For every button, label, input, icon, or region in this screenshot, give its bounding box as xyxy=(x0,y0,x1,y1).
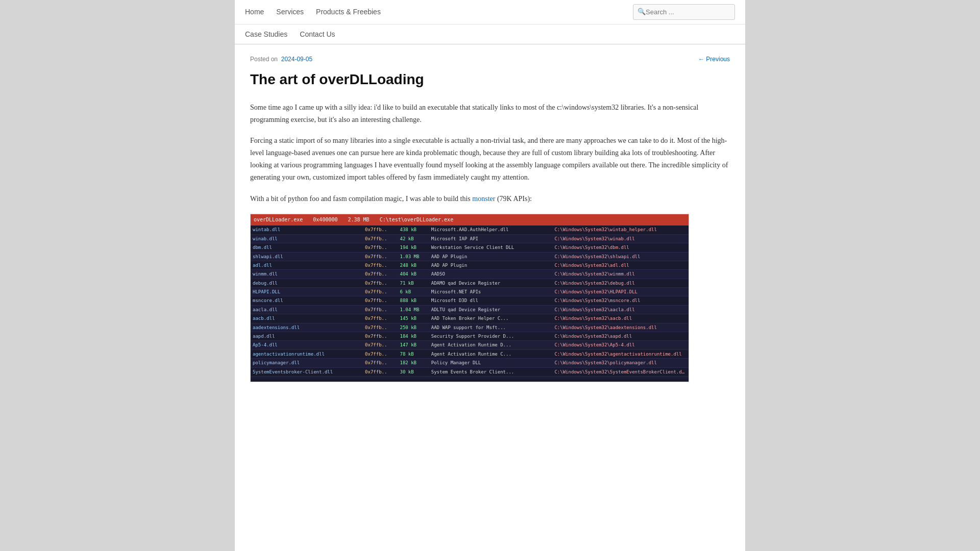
dll-header-addr: 0x400000 xyxy=(313,216,337,224)
monster-link[interactable]: monster xyxy=(472,195,495,203)
apis-count: (79K APIs): xyxy=(497,195,532,203)
table-row: debug.dll0x7ffb..71 kBADAMO qad Device R… xyxy=(251,279,689,287)
dll-header-name: overDLLoader.exe xyxy=(254,216,303,224)
table-row: winab.dll0x7ffb..42 kBMicrosoft IAP APIC… xyxy=(251,234,689,243)
paragraph-3: With a bit of python foo and fasm compil… xyxy=(250,193,730,205)
search-input[interactable] xyxy=(646,8,727,16)
table-row: aacla.dll0x7ffb..1.04 MBADLTU qad Device… xyxy=(251,305,689,314)
table-row: wintab.dll0x7ffb..438 kBMicrosoft.AAD.Au… xyxy=(251,226,689,234)
dll-scroll[interactable]: wintab.dll0x7ffb..438 kBMicrosoft.AAD.Au… xyxy=(251,226,689,379)
services-link[interactable]: Services xyxy=(276,6,304,17)
table-row: msncore.dll0x7ffb..888 kBMicrosoft D3D d… xyxy=(251,296,689,305)
table-row: aapd.dll0x7ffb..184 kBSecurity Support P… xyxy=(251,332,689,341)
search-icon: 🔍 xyxy=(638,7,646,17)
post-body: Some time ago I came up with a silly ide… xyxy=(250,102,730,205)
table-row: aacb.dll0x7ffb..145 kBAAD Token Broker H… xyxy=(251,314,689,323)
dll-header: overDLLoader.exe 0x400000 2.38 MB C:\tes… xyxy=(251,214,689,226)
nav-row2: Case Studies Contact Us xyxy=(245,29,348,40)
table-row: policymanager.dll0x7ffb..182 kBPolicy Ma… xyxy=(251,359,689,367)
paragraph-2: Forcing a static import of so many libra… xyxy=(250,135,730,183)
table-row: shlwapi.dll0x7ffb..1.03 MBAAD AP PluginC… xyxy=(251,252,689,261)
dll-screenshot: overDLLoader.exe 0x400000 2.38 MB C:\tes… xyxy=(250,214,689,382)
table-row: aadextensions.dll0x7ffb..250 kBAAD WAP s… xyxy=(251,323,689,332)
table-row: Ap5-4.dll0x7ffb..147 kBAgent Activation … xyxy=(251,341,689,349)
dll-header-size: 2.38 MB xyxy=(348,216,370,224)
products-freebies-link[interactable]: Products & Freebies xyxy=(316,6,381,17)
nav-row1: Home Services Products & Freebies xyxy=(245,6,393,17)
paragraph-1: Some time ago I came up with a silly ide… xyxy=(250,102,730,126)
table-row: dbm.dll0x7ffb..194 kBWorkstation Service… xyxy=(251,243,689,252)
table-row: winmm.dll0x7ffb..404 kBAADSOC:\Windows\S… xyxy=(251,270,689,279)
dll-table: wintab.dll0x7ffb..438 kBMicrosoft.AAD.Au… xyxy=(251,226,689,379)
post-title: The art of overDLLoading xyxy=(250,70,730,89)
table-row: adl.dll0x7ffb..248 kBAAD AP PluginC:\Win… xyxy=(251,261,689,269)
search-box: 🔍 xyxy=(633,4,735,20)
contact-us-link[interactable]: Contact Us xyxy=(300,29,335,40)
previous-link[interactable]: ← Previous xyxy=(698,55,730,64)
post-date-label: Posted on 2024-09-05 xyxy=(250,55,312,64)
post-date-link[interactable]: 2024-09-05 xyxy=(281,56,312,63)
table-row: AboveLockAppGranders.dll0x7ffb..104 kBAb… xyxy=(251,376,689,379)
table-row: SystemEventsbroker-Client.dll0x7ffb..30 … xyxy=(251,367,689,376)
case-studies-link[interactable]: Case Studies xyxy=(245,29,287,40)
home-link[interactable]: Home xyxy=(245,6,264,17)
table-row: HLPAPI.DLL0x7ffb..6 kBMicrosoft.NET APIs… xyxy=(251,288,689,296)
table-row: agentactivationruntime.dll0x7ffb..78 kBA… xyxy=(251,349,689,358)
dll-header-path: C:\test\overDLLoader.exe xyxy=(380,216,454,224)
